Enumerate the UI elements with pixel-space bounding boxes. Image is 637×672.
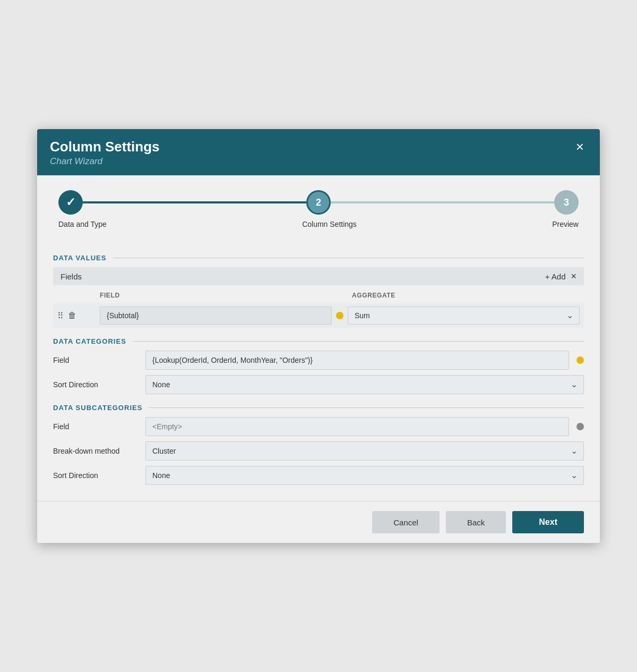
steps-labels: Data and Type Column Settings Preview [58,220,579,228]
step-line-2 [331,201,554,203]
next-button[interactable]: Next [512,511,584,533]
step-2: 2 [306,190,331,215]
data-categories-label: DATA CATEGORIES [53,337,126,345]
wizard-steps: ✓ 2 3 Data and Type Column Settings [37,175,600,239]
breakdown-select[interactable]: Cluster Stack Stack 100% [145,441,584,461]
breakdown-row: Break-down method Cluster Stack Stack 10… [53,441,584,461]
dialog-subtitle: Chart Wizard [50,156,160,167]
step-3-text: Preview [552,220,579,228]
subcategories-sort-label: Sort Direction [53,471,138,480]
subcategories-sort-wrapper[interactable]: None Ascending Descending [145,466,584,485]
header-titles: Column Settings Chart Wizard [50,139,160,167]
data-subcategories-line [149,407,584,408]
step-2-circle: 2 [306,190,331,215]
step-3: 3 [554,190,579,215]
subcategories-field-label: Field [53,422,138,431]
remove-fields-button[interactable]: × [571,271,576,281]
subcategories-field-row: Field [53,417,584,436]
step-1-check: ✓ [66,195,75,209]
delete-row-icon[interactable]: 🗑 [68,311,76,320]
data-subcategories-heading: DATA SUBCATEGORIES [53,404,584,412]
step-line-1 [83,201,306,203]
data-values-label: DATA VALUES [53,254,107,262]
data-subcategories-label: DATA SUBCATEGORIES [53,404,142,412]
breakdown-label: Break-down method [53,447,138,455]
data-categories-heading: DATA CATEGORIES [53,337,584,345]
categories-field-input[interactable] [145,351,569,370]
fields-label: Fields [61,272,82,281]
step-1-circle: ✓ [58,190,83,215]
col-aggregate-header: AGGREGATE [348,292,580,299]
step-2-text: Column Settings [302,220,357,228]
col-icons-spacer [57,292,100,299]
table-headers: FIELD AGGREGATE [53,290,584,301]
data-categories-line [133,341,584,342]
data-values-line [113,258,584,258]
categories-sort-row: Sort Direction None Ascending Descending [53,375,584,394]
drag-icon[interactable]: ⠿ [57,311,64,321]
dialog-footer: Cancel Back Next [37,501,600,543]
field-value: {Subtotal} [100,307,332,325]
col-dot-spacer [332,292,348,299]
fields-row: Fields + Add × [53,267,584,285]
categories-field-row: Field [53,351,584,370]
cancel-button[interactable]: Cancel [372,511,440,533]
aggregate-select[interactable]: Sum Count Average Min Max [348,307,580,325]
aggregate-wrapper[interactable]: Sum Count Average Min Max [348,307,580,325]
back-button[interactable]: Back [446,511,506,533]
subcategories-field-input[interactable] [145,417,569,436]
step-3-circle: 3 [554,190,579,215]
col-field-header: FIELD [100,292,332,299]
field-color-dot [336,312,343,319]
step-1-text: Data and Type [58,220,107,228]
categories-sort-select[interactable]: None Ascending Descending [145,375,584,394]
categories-field-label: Field [53,356,138,364]
categories-sort-label: Sort Direction [53,380,138,389]
fields-actions: + Add × [545,271,576,281]
step-3-label: 3 [564,197,569,208]
categories-sort-wrapper[interactable]: None Ascending Descending [145,375,584,394]
categories-color-dot [576,356,584,364]
step-2-label: 2 [316,197,321,208]
steps-track: ✓ 2 3 [58,190,579,215]
breakdown-wrapper[interactable]: Cluster Stack Stack 100% [145,441,584,461]
dialog-container: Column Settings Chart Wizard × ✓ 2 [37,129,600,543]
dialog-content: DATA VALUES Fields + Add × FIELD AGGREGA… [37,239,600,501]
row-icons: ⠿ 🗑 [57,311,100,321]
field-color-dot-wrapper [332,312,348,319]
subcategories-sort-row: Sort Direction None Ascending Descending [53,466,584,485]
subcategories-color-dot [576,423,584,430]
step-1: ✓ [58,190,83,215]
close-button[interactable]: × [573,139,587,155]
dialog-header: Column Settings Chart Wizard × [37,129,600,175]
field-data-row: ⠿ 🗑 {Subtotal} Sum Count Average Min Max [53,303,584,328]
subcategories-sort-select[interactable]: None Ascending Descending [145,466,584,485]
dialog-title: Column Settings [50,139,160,155]
add-field-button[interactable]: + Add [545,272,566,281]
data-values-heading: DATA VALUES [53,254,584,262]
